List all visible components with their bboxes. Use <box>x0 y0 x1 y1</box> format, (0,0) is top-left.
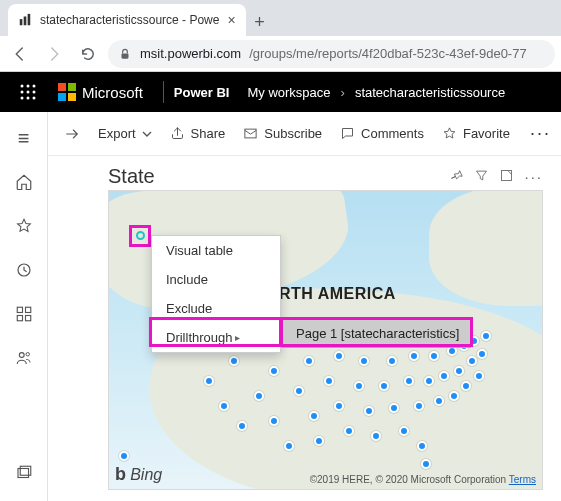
map-data-point[interactable] <box>439 371 449 381</box>
map-data-point[interactable] <box>284 441 294 451</box>
map-data-point[interactable] <box>309 411 319 421</box>
workspace: Export Share Subscribe Comments Favorite… <box>48 112 561 501</box>
ctx-item-label: Include <box>166 272 208 287</box>
map-data-point[interactable] <box>359 356 369 366</box>
people-icon <box>15 349 33 367</box>
svg-point-4 <box>21 85 24 88</box>
map-data-point[interactable] <box>237 421 247 431</box>
map-data-point[interactable] <box>334 401 344 411</box>
share-label: Share <box>191 126 226 141</box>
pin-visual-button[interactable] <box>449 168 464 185</box>
map-data-point[interactable] <box>461 381 471 391</box>
share-button[interactable]: Share <box>164 122 232 145</box>
map-data-point[interactable] <box>404 376 414 386</box>
map-data-point[interactable] <box>399 426 409 436</box>
map-data-point[interactable] <box>424 376 434 386</box>
map-data-point[interactable] <box>371 431 381 441</box>
file-menu-button[interactable] <box>58 122 86 146</box>
map-data-point[interactable] <box>481 331 491 341</box>
svg-rect-2 <box>28 14 31 25</box>
export-button[interactable]: Export <box>92 122 158 145</box>
map-data-point[interactable] <box>219 401 229 411</box>
product-name[interactable]: Power BI <box>174 85 230 100</box>
nav-recent-button[interactable] <box>4 250 44 290</box>
map-data-point[interactable] <box>354 381 364 391</box>
map-data-point[interactable] <box>434 396 444 406</box>
app-launcher-button[interactable] <box>8 84 48 100</box>
workspaces-icon <box>15 464 33 482</box>
map-data-point[interactable] <box>467 356 477 366</box>
map-data-point[interactable] <box>304 356 314 366</box>
forward-button[interactable] <box>40 40 68 68</box>
waffle-icon <box>20 84 36 100</box>
comments-label: Comments <box>361 126 424 141</box>
context-menu: Visual table Include Exclude Drillthroug… <box>151 235 281 353</box>
map-data-point[interactable] <box>294 386 304 396</box>
map-data-point[interactable] <box>119 451 129 461</box>
map-data-point[interactable] <box>454 366 464 376</box>
map-data-point[interactable] <box>254 391 264 401</box>
toolbar-more-button[interactable]: ··· <box>530 123 551 144</box>
subscribe-button[interactable]: Subscribe <box>237 122 328 145</box>
map-data-point[interactable] <box>269 416 279 426</box>
export-label: Export <box>98 126 136 141</box>
map-data-point[interactable] <box>429 351 439 361</box>
map-data-point[interactable] <box>314 436 324 446</box>
breadcrumb-report[interactable]: statecharacteristicssource <box>355 85 505 100</box>
tab-close-icon[interactable]: × <box>227 12 235 28</box>
visual-more-button[interactable]: ··· <box>524 168 543 185</box>
powerbi-tab-icon <box>18 13 32 27</box>
nav-hamburger-button[interactable]: ≡ <box>4 118 44 158</box>
breadcrumb-workspace[interactable]: My workspace <box>247 85 330 100</box>
map-region-label: RTH AMERICA <box>279 285 396 303</box>
map-data-point[interactable] <box>229 356 239 366</box>
ctx-visual-table[interactable]: Visual table <box>152 236 280 265</box>
map-data-point[interactable] <box>379 381 389 391</box>
nav-apps-button[interactable] <box>4 294 44 334</box>
map-data-point[interactable] <box>334 351 344 361</box>
svg-rect-23 <box>502 170 512 180</box>
comments-button[interactable]: Comments <box>334 122 430 145</box>
map-data-point[interactable] <box>387 356 397 366</box>
report-toolbar: Export Share Subscribe Comments Favorite… <box>48 112 561 156</box>
drillthrough-page-item[interactable]: Page 1 [statecharacteristics] <box>282 320 470 347</box>
map-data-point[interactable] <box>204 376 214 386</box>
map-data-point[interactable] <box>414 401 424 411</box>
star-outline-icon <box>442 126 457 141</box>
map-data-point[interactable] <box>421 459 431 469</box>
filter-visual-button[interactable] <box>474 168 489 185</box>
back-button[interactable] <box>6 40 34 68</box>
svg-point-6 <box>33 85 36 88</box>
map-data-point[interactable] <box>474 371 484 381</box>
ctx-exclude[interactable]: Exclude <box>152 294 280 323</box>
reload-button[interactable] <box>74 40 102 68</box>
map-data-point[interactable] <box>269 366 279 376</box>
selected-data-point[interactable] <box>136 231 145 240</box>
attribution-terms-link[interactable]: Terms <box>509 474 536 485</box>
focus-mode-button[interactable] <box>499 168 514 185</box>
ctx-drillthrough[interactable]: Drillthrough▸ <box>152 323 280 352</box>
map-data-point[interactable] <box>449 391 459 401</box>
browser-tab[interactable]: statecharacteristicssource - Powe × <box>8 4 246 36</box>
map-data-point[interactable] <box>324 376 334 386</box>
favorite-button[interactable]: Favorite <box>436 122 516 145</box>
new-tab-button[interactable]: + <box>246 8 274 36</box>
map-data-point[interactable] <box>477 349 487 359</box>
map-data-point[interactable] <box>389 403 399 413</box>
favorite-label: Favorite <box>463 126 510 141</box>
nav-workspaces-button[interactable] <box>4 453 44 493</box>
svg-rect-21 <box>20 466 31 475</box>
nav-favorites-button[interactable] <box>4 206 44 246</box>
map-data-point[interactable] <box>409 351 419 361</box>
map-data-point[interactable] <box>417 441 427 451</box>
microsoft-logo[interactable]: Microsoft <box>58 83 143 101</box>
map-data-point[interactable] <box>344 426 354 436</box>
map-visual[interactable]: RTH AMERICA <box>108 190 543 490</box>
svg-rect-22 <box>245 129 256 138</box>
url-box[interactable]: msit.powerbi.com/groups/me/reports/4f20d… <box>108 40 555 68</box>
star-icon <box>15 217 33 235</box>
nav-shared-button[interactable] <box>4 338 44 378</box>
nav-home-button[interactable] <box>4 162 44 202</box>
ctx-include[interactable]: Include <box>152 265 280 294</box>
map-data-point[interactable] <box>364 406 374 416</box>
